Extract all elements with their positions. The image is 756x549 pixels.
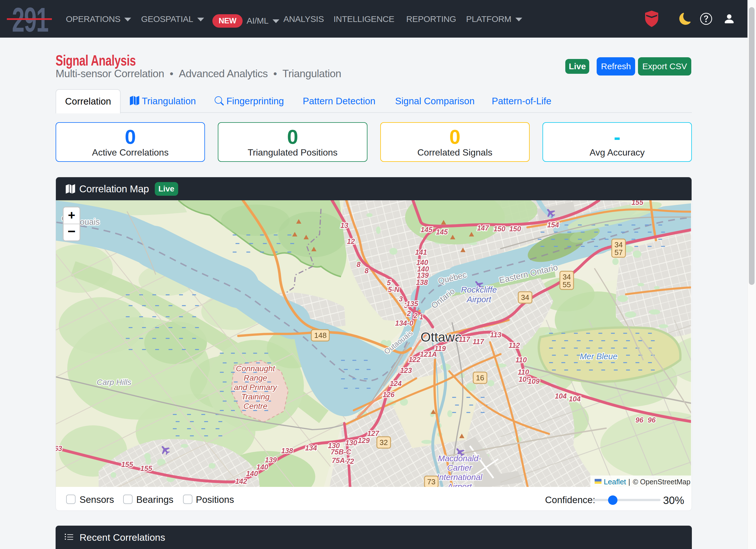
svg-text:Training: Training: [241, 392, 270, 401]
svg-text:145: 145: [420, 226, 433, 234]
svg-text:139: 139: [265, 456, 277, 464]
svg-text:Ottawa: Ottawa: [420, 329, 462, 344]
svg-text:55: 55: [563, 280, 571, 289]
svg-text:134-0: 134-0: [395, 319, 413, 327]
svg-text:International: International: [437, 473, 483, 482]
svg-text:Leaflet: Leaflet: [604, 477, 626, 486]
svg-text:127: 127: [367, 429, 379, 437]
svg-text:141: 141: [415, 248, 427, 256]
svg-text:140: 140: [256, 463, 268, 471]
svg-text:138: 138: [416, 278, 428, 286]
svg-text:12: 12: [347, 237, 355, 245]
svg-text:8: 8: [365, 267, 369, 274]
svg-text:109: 109: [528, 377, 540, 385]
svg-text:113: 113: [490, 331, 501, 339]
svg-text:134: 134: [305, 444, 317, 452]
svg-text:Airport: Airport: [466, 295, 491, 304]
svg-text:150: 150: [509, 225, 521, 233]
svg-text:155: 155: [121, 460, 133, 468]
svg-text:154: 154: [547, 221, 559, 229]
svg-text:110: 110: [518, 368, 529, 376]
svg-text:Range: Range: [244, 373, 267, 382]
svg-text:124: 124: [390, 379, 402, 387]
svg-text:75B-C: 75B-C: [331, 448, 351, 456]
svg-text:5-N: 5-N: [388, 285, 400, 293]
svg-text:Connaught: Connaught: [236, 364, 275, 373]
svg-text:57: 57: [615, 248, 623, 257]
svg-text:142: 142: [235, 477, 247, 485]
svg-text:Rockcliffe: Rockcliffe: [461, 285, 497, 294]
svg-text:126: 126: [383, 391, 395, 398]
svg-text:150: 150: [493, 225, 505, 233]
svg-text:© OpenStreetMap: © OpenStreetMap: [633, 478, 690, 486]
svg-text:3: 3: [399, 295, 403, 303]
svg-text:Mer Bleue: Mer Bleue: [580, 352, 617, 361]
svg-text:155: 155: [631, 200, 644, 206]
svg-text:Macdonald-: Macdonald-: [438, 454, 481, 463]
svg-text:8: 8: [357, 261, 361, 269]
svg-text:|: |: [628, 477, 630, 486]
svg-text:and Primary: and Primary: [234, 383, 278, 392]
svg-text:Airport: Airport: [447, 482, 472, 487]
svg-text:2: 2: [407, 309, 411, 317]
svg-text:16: 16: [476, 373, 484, 382]
svg-text:2: 2: [413, 312, 418, 320]
svg-text:110: 110: [515, 356, 527, 364]
svg-text:Centre: Centre: [243, 402, 267, 410]
svg-text:130: 130: [345, 439, 357, 447]
svg-text:34: 34: [615, 241, 623, 249]
svg-text:138: 138: [281, 447, 293, 455]
svg-text:34: 34: [563, 273, 571, 281]
svg-text:63: 63: [56, 444, 62, 452]
svg-text:145: 145: [436, 228, 448, 236]
svg-text:119: 119: [434, 344, 446, 352]
svg-text:122: 122: [409, 355, 420, 363]
svg-text:112: 112: [509, 341, 520, 349]
svg-text:129: 129: [358, 436, 370, 444]
svg-text:148: 148: [314, 331, 326, 339]
svg-text:73: 73: [427, 477, 436, 486]
svg-text:Carp Hills: Carp Hills: [97, 378, 131, 387]
svg-text:123: 123: [400, 366, 412, 374]
svg-text:34: 34: [521, 293, 529, 302]
svg-text:117: 117: [473, 337, 484, 345]
svg-text:147: 147: [477, 224, 489, 232]
svg-text:72: 72: [346, 457, 354, 465]
svg-text:117: 117: [459, 335, 470, 343]
svg-text:1: 1: [419, 313, 423, 321]
svg-text:Cartier: Cartier: [447, 463, 472, 472]
svg-text:32: 32: [380, 438, 388, 447]
svg-text:13: 13: [340, 222, 348, 229]
svg-text:96: 96: [635, 416, 644, 424]
svg-text:104: 104: [569, 395, 581, 403]
svg-text:96: 96: [648, 416, 656, 424]
svg-text:155: 155: [140, 464, 153, 472]
svg-text:135: 135: [406, 300, 418, 308]
svg-text:104: 104: [555, 392, 567, 400]
svg-text:139: 139: [417, 271, 429, 279]
